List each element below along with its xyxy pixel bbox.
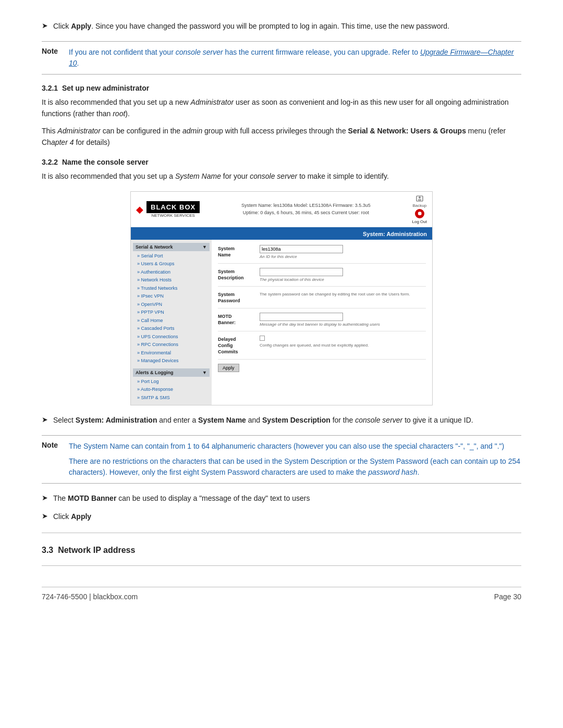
screenshot: ◆ BLACK BOX NETWORK SERVICES System Name… <box>130 191 433 406</box>
sidebar-item-env[interactable]: Environmental <box>133 349 210 357</box>
sysname-hint: An ID for this device <box>260 254 426 259</box>
sidebar-item-callhome[interactable]: Call Home <box>133 317 210 325</box>
section-321-heading: 3.2.1 Set up new administrator <box>42 84 521 92</box>
motd-input[interactable] <box>260 313 343 321</box>
note-firmware: Note If you are not confident that your … <box>42 41 521 75</box>
bullet-text-2: Select System: Administration and enter … <box>53 415 521 426</box>
sysname-input[interactable] <box>260 245 343 253</box>
bullet-arrow-1: ➤ <box>42 21 48 30</box>
sysdesc-label: SystemDescription <box>218 268 260 281</box>
sidebar-item-smtp[interactable]: SMTP & SMS <box>133 394 210 402</box>
bullet-arrow-2: ➤ <box>42 415 48 424</box>
header-info: System Name: les1308a Model: LES1308A Fi… <box>205 202 407 216</box>
motd-label: MOTDBanner: <box>218 313 260 326</box>
power-icon[interactable]: ⏺ <box>415 209 424 218</box>
motd-field: Message of the day text banner to displa… <box>260 313 426 327</box>
bullet-arrow-4: ➤ <box>42 512 48 520</box>
section-divider <box>42 533 521 533</box>
sidebar-item-ipsec[interactable]: IPsec VPN <box>133 292 210 301</box>
bb-header: ◆ BLACK BOX NETWORK SERVICES System Name… <box>131 192 432 228</box>
sysname-label: SystemName <box>218 245 260 258</box>
note-line2: There are no restrictions on the charact… <box>69 456 521 478</box>
bb-sidebar: Serial & Network ▼ Serial Port Users & G… <box>131 240 212 405</box>
bb-form-area: SystemName An ID for this device SystemD… <box>212 240 432 405</box>
apply-row: Apply <box>218 364 426 372</box>
section-33-heading: 3.3 Network IP address <box>42 546 521 555</box>
bullet-text-1: Click Apply. Since you have changed the … <box>53 21 521 32</box>
note-label-2: Note <box>42 441 63 449</box>
sidebar-item-auth[interactable]: Authentication <box>133 268 210 277</box>
sidebar-item-openvpn[interactable]: OpenVPN <box>133 301 210 309</box>
sidebar-item-hosts[interactable]: Network Hosts <box>133 276 210 285</box>
sidebar-item-managed[interactable]: Managed Devices <box>133 357 210 365</box>
sidebar-item-cascaded[interactable]: Cascaded Ports <box>133 325 210 333</box>
bb-main: Serial & Network ▼ Serial Port Users & G… <box>131 240 432 405</box>
note-sysname: Note The System Name can contain from 1 … <box>42 435 521 484</box>
motd-hint: Message of the day text banner to displa… <box>260 322 426 327</box>
sysname-field: An ID for this device <box>260 245 426 259</box>
screenshot-wrapper: ◆ BLACK BOX NETWORK SERVICES System Name… <box>42 191 521 406</box>
sysdesc-field: The physical location of this device <box>260 268 426 282</box>
sidebar-item-rpc[interactable]: RPC Connections <box>133 341 210 349</box>
section-322-heading: 3.2.2 Name the console server <box>42 158 521 166</box>
bullet-text-4: Click Apply <box>53 511 521 522</box>
form-row-motd: MOTDBanner: Message of the day text bann… <box>218 313 426 331</box>
note-line1: The System Name can contain from 1 to 64… <box>69 441 521 452</box>
bullet-apply: ➤ Click Apply. Since you have changed th… <box>42 21 521 32</box>
syspass-label: SystemPassword <box>218 291 260 304</box>
footer-page: Page 30 <box>494 593 521 601</box>
form-row-delayed: DelayedConfigCommits Config changes are … <box>218 336 426 360</box>
sidebar-item-pptp[interactable]: PPTP VPN <box>133 309 210 317</box>
sidebar-section-serial: Serial & Network ▼ <box>133 243 210 251</box>
sysdesc-input[interactable] <box>260 268 343 276</box>
backup-icon <box>415 195 424 203</box>
logout-label[interactable]: Log Out <box>412 219 427 224</box>
delayed-checkbox[interactable] <box>260 336 265 341</box>
bullet-arrow-3: ➤ <box>42 493 48 502</box>
section-33-divider <box>42 565 521 566</box>
section-321-para2: This Administrator can be configured in … <box>42 125 521 149</box>
note-text-2: The System Name can contain from 1 to 64… <box>69 441 521 478</box>
logo-sub: NETWORK SERVICES <box>146 213 200 218</box>
apply-button[interactable]: Apply <box>218 364 239 372</box>
page-footer: 724-746-5500 | blackbox.com Page 30 <box>42 587 521 601</box>
note-label-1: Note <box>42 47 63 55</box>
delayed-label: DelayedConfigCommits <box>218 336 260 355</box>
syspass-field: The system password can be changed by ed… <box>260 291 426 297</box>
system-info-line1: System Name: les1308a Model: LES1308A Fi… <box>205 202 407 209</box>
svg-point-2 <box>419 196 421 199</box>
bb-logo: ◆ BLACK BOX NETWORK SERVICES <box>136 201 200 218</box>
svg-rect-1 <box>418 199 421 201</box>
apply-bold: Apply <box>71 22 91 30</box>
sidebar-item-serial-port[interactable]: Serial Port <box>133 252 210 261</box>
header-actions: Backup ⏺ Log Out <box>412 195 427 224</box>
sidebar-item-autoresponse[interactable]: Auto-Response <box>133 386 210 394</box>
upgrade-link[interactable]: Upgrade Firmware—Chapter 10 <box>69 48 514 67</box>
section-322-para1: It is also recommended that you set up a… <box>42 170 521 182</box>
bullet-motd: ➤ The MOTD Banner can be used to display… <box>42 493 521 504</box>
sidebar-item-users[interactable]: Users & Groups <box>133 260 210 268</box>
logo-diamond: ◆ <box>136 204 143 215</box>
section-321-para1: It is also recommended that you set up a… <box>42 96 521 120</box>
system-info-line2: Uptime: 0 days, 6 hours, 36 mins, 45 sec… <box>205 209 407 217</box>
sidebar-item-ups[interactable]: UPS Connections <box>133 333 210 341</box>
form-row-sysdesc: SystemDescription The physical location … <box>218 268 426 287</box>
sidebar-item-trusted[interactable]: Trusted Networks <box>133 285 210 293</box>
sidebar-section-alerts: Alerts & Logging ▼ <box>133 368 210 377</box>
bb-title-bar: System: Administration <box>131 228 432 240</box>
form-row-syspass: SystemPassword The system password can b… <box>218 291 426 309</box>
form-row-sysname: SystemName An ID for this device <box>218 245 426 264</box>
sidebar-item-portlog[interactable]: Port Log <box>133 378 210 386</box>
bullet-text-3: The MOTD Banner can be used to display a… <box>53 493 521 504</box>
logo-text: BLACK BOX <box>146 201 200 213</box>
page-container: ➤ Click Apply. Since you have changed th… <box>0 0 563 632</box>
syspass-hint: The system password can be changed by ed… <box>260 292 426 297</box>
backup-btn[interactable]: Backup <box>412 195 426 208</box>
footer-phone: 724-746-5500 | blackbox.com <box>42 593 138 601</box>
bullet-sysadmin: ➤ Select System: Administration and ente… <box>42 415 521 426</box>
bullet-apply2: ➤ Click Apply <box>42 511 521 522</box>
note-text-1: If you are not confident that your conso… <box>69 47 521 69</box>
delayed-hint: Config changes are queued, and must be e… <box>260 343 426 348</box>
sysdesc-hint: The physical location of this device <box>260 277 426 282</box>
delayed-field: Config changes are queued, and must be e… <box>260 336 426 348</box>
